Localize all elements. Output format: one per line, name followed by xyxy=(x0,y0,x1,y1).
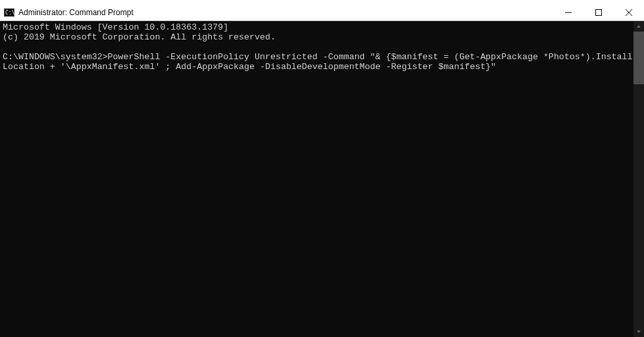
banner-line-1: Microsoft Windows [Version 10.0.18363.13… xyxy=(3,22,228,32)
terminal-output[interactable]: Microsoft Windows [Version 10.0.18363.13… xyxy=(0,21,633,337)
cropped-upper-region xyxy=(0,0,644,4)
svg-rect-3 xyxy=(596,9,602,15)
window-controls xyxy=(553,4,644,20)
vertical-scrollbar[interactable] xyxy=(633,21,644,337)
scroll-thumb[interactable] xyxy=(633,32,644,84)
minimize-button[interactable] xyxy=(553,4,583,20)
scroll-track[interactable] xyxy=(633,32,644,326)
close-button[interactable] xyxy=(614,4,644,20)
svg-marker-7 xyxy=(637,330,641,333)
scroll-up-arrow-icon[interactable] xyxy=(633,21,644,32)
prompt: C:\WINDOWS\system32> xyxy=(3,52,108,62)
window-titlebar: C:\ Administrator: Command Prompt xyxy=(0,4,644,21)
svg-text:C:\: C:\ xyxy=(5,10,14,16)
titlebar-left: C:\ Administrator: Command Prompt xyxy=(0,7,134,18)
terminal-container: Microsoft Windows [Version 10.0.18363.13… xyxy=(0,21,644,337)
cmd-icon: C:\ xyxy=(4,7,14,18)
maximize-button[interactable] xyxy=(583,4,614,20)
scroll-down-arrow-icon[interactable] xyxy=(633,326,644,337)
svg-marker-6 xyxy=(637,25,641,28)
window-title: Administrator: Command Prompt xyxy=(18,8,134,17)
banner-line-2: (c) 2019 Microsoft Corporation. All righ… xyxy=(3,32,276,42)
